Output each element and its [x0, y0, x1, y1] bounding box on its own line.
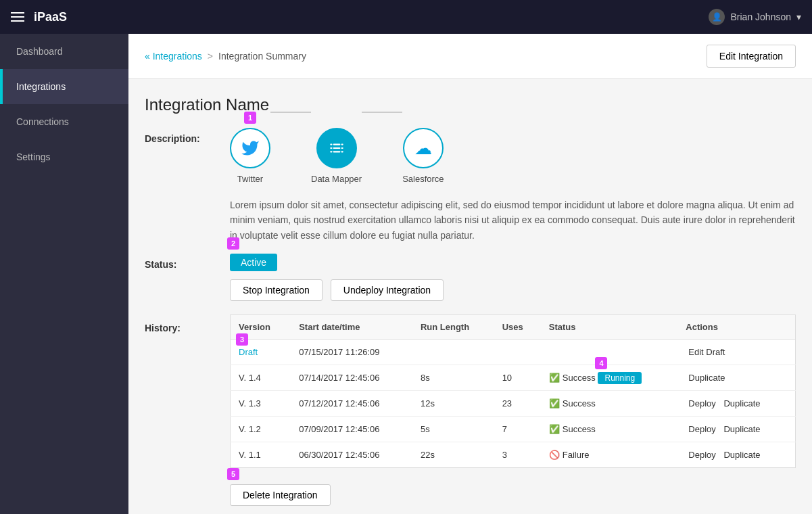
- description-text: Lorem ipsum dolor sit amet, consectetur …: [230, 197, 796, 243]
- user-menu[interactable]: 👤 Brian Johnson ▾: [709, 9, 801, 25]
- row-version: V. 1.2: [231, 417, 291, 442]
- pipeline-line-1: [270, 112, 311, 113]
- history-section: History: Version Start date/time Run Len…: [145, 314, 796, 468]
- status-section: Status: 2 Active Stop Integration Undepl…: [145, 254, 796, 301]
- sidebar-item-connections[interactable]: Connections: [0, 104, 128, 139]
- description-section: Description: 1 Twitter: [145, 128, 796, 243]
- annotation-2: 2: [227, 237, 239, 250]
- row-uses: 23: [494, 391, 541, 417]
- sidebar: Dashboard Integrations Connections Setti…: [0, 34, 128, 514]
- breadcrumb-current: Integration Summary: [218, 51, 306, 62]
- row-run-length: 12s: [412, 391, 494, 417]
- datamapper-circle: [316, 128, 357, 168]
- duplicate-button[interactable]: Duplicate: [721, 448, 763, 461]
- main-layout: Dashboard Integrations Connections Setti…: [0, 34, 812, 514]
- row-status: ✅Success: [541, 417, 678, 442]
- header-bar: « Integrations > Integration Summary Edi…: [128, 34, 812, 79]
- pipeline-node-twitter: 1 Twitter: [230, 128, 270, 184]
- row-run-length: 22s: [412, 442, 494, 468]
- row-actions: Deploy Duplicate: [677, 442, 795, 468]
- user-name: Brian Johnson: [730, 11, 791, 22]
- row-status: ✅Success: [541, 391, 678, 417]
- row-actions: Deploy Duplicate: [677, 417, 795, 442]
- row-version: V. 1.1: [231, 442, 291, 468]
- row-start: 07/15/2017 11:26:09: [291, 340, 412, 365]
- pipeline-line-2: [362, 112, 402, 113]
- duplicate-button[interactable]: Duplicate: [721, 423, 763, 436]
- pipeline-node-salesforce: ☁ Salesforce: [402, 128, 444, 184]
- success-icon: ✅: [549, 373, 560, 383]
- row-uses: [494, 340, 541, 365]
- row-actions: Duplicate: [677, 365, 795, 391]
- top-nav: iPaaS 👤 Brian Johnson ▾: [0, 0, 812, 34]
- row-start: 07/12/2017 12:45:06: [291, 391, 412, 417]
- annotation-1: 1: [244, 112, 256, 124]
- deploy-button[interactable]: Deploy: [686, 423, 718, 436]
- sidebar-item-integrations[interactable]: Integrations: [0, 69, 128, 104]
- breadcrumb-integrations-link[interactable]: « Integrations: [145, 51, 202, 62]
- row-start: 07/14/2017 12:45:06: [291, 365, 412, 391]
- salesforce-label: Salesforce: [402, 174, 444, 184]
- row-run-length: [412, 340, 494, 365]
- col-actions: Actions: [677, 315, 795, 340]
- row-version: V. 1.3: [231, 391, 291, 417]
- status-content: 2 Active Stop Integration Undeploy Integ…: [230, 254, 796, 301]
- row-version: V. 1.4: [231, 365, 291, 391]
- table-row: 3 Draft 07/15/2017 11:26:09 Edit Draft: [231, 340, 796, 365]
- status-label: Status:: [145, 254, 219, 301]
- edit-draft-button[interactable]: Edit Draft: [686, 346, 727, 358]
- description-content: 1 Twitter: [230, 128, 796, 243]
- success-icon: ✅: [549, 424, 560, 434]
- chevron-down-icon: ▾: [796, 11, 801, 22]
- col-status: Status: [541, 315, 678, 340]
- table-row: V. 1.2 07/09/2017 12:45:06 5s 7 ✅Success…: [231, 417, 796, 442]
- row-start: 06/30/2017 12:45:06: [291, 442, 412, 468]
- duplicate-button[interactable]: Duplicate: [721, 397, 763, 410]
- description-label: Description:: [145, 128, 219, 243]
- duplicate-button[interactable]: Duplicate: [686, 371, 727, 384]
- sidebar-item-settings[interactable]: Settings: [0, 139, 128, 174]
- status-badge: Active: [230, 254, 277, 271]
- salesforce-circle: ☁: [403, 128, 444, 168]
- datamapper-label: Data Mapper: [311, 174, 362, 184]
- table-row: V. 1.4 07/14/2017 12:45:06 8s 10 ✅Succes…: [231, 365, 796, 391]
- sidebar-item-dashboard[interactable]: Dashboard: [0, 34, 128, 69]
- success-icon: ✅: [549, 398, 560, 408]
- row-status: ✅Success 4 Running: [541, 365, 678, 391]
- row-start: 07/09/2017 12:45:06: [291, 417, 412, 442]
- row-actions: Edit Draft: [677, 340, 795, 365]
- action-buttons: Stop Integration Undeploy Integration: [230, 279, 796, 301]
- history-table: Version Start date/time Run Length Uses …: [230, 314, 796, 468]
- col-run-length: Run Length: [412, 315, 494, 340]
- annotation-3: 3: [236, 333, 248, 346]
- row-uses: 10: [494, 365, 541, 391]
- history-table-wrap: Version Start date/time Run Length Uses …: [230, 314, 796, 468]
- draft-link[interactable]: Draft: [239, 347, 258, 357]
- undeploy-integration-button[interactable]: Undeploy Integration: [331, 279, 444, 301]
- annotation-5: 5: [227, 468, 239, 480]
- row-run-length: 5s: [412, 417, 494, 442]
- brand-logo: iPaaS: [34, 10, 67, 24]
- edit-integration-button[interactable]: Edit Integration: [707, 45, 796, 68]
- stop-integration-button[interactable]: Stop Integration: [230, 279, 323, 301]
- deploy-button[interactable]: Deploy: [686, 448, 718, 461]
- row-run-length: 8s: [412, 365, 494, 391]
- failure-icon: 🚫: [549, 450, 560, 460]
- breadcrumb: « Integrations > Integration Summary: [145, 51, 306, 62]
- table-row: V. 1.1 06/30/2017 12:45:06 22s 3 🚫Failur…: [231, 442, 796, 468]
- main-content: « Integrations > Integration Summary Edi…: [128, 34, 812, 514]
- history-label: History:: [145, 314, 219, 468]
- status-badge-container: 2 Active: [230, 254, 277, 271]
- delete-integration-button[interactable]: Delete Integration: [230, 484, 331, 506]
- page-body: Integration Name Description: 1: [128, 79, 812, 514]
- pipeline-node-datamapper: Data Mapper: [311, 128, 362, 184]
- twitter-circle: [230, 128, 270, 168]
- twitter-label: Twitter: [237, 174, 263, 184]
- hamburger-menu[interactable]: [11, 12, 24, 22]
- pipeline: 1 Twitter: [230, 128, 796, 184]
- user-avatar: 👤: [709, 9, 725, 25]
- table-row: V. 1.3 07/12/2017 12:45:06 12s 23 ✅Succe…: [231, 391, 796, 417]
- deploy-button[interactable]: Deploy: [686, 397, 718, 410]
- running-badge: Running: [598, 372, 642, 384]
- row-status: [541, 340, 678, 365]
